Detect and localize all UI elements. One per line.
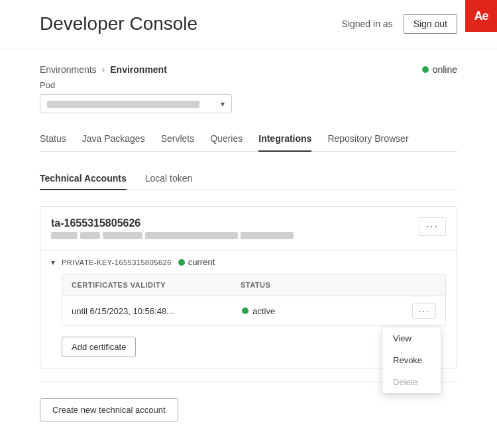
- cert-actions-button[interactable]: ···: [412, 303, 436, 319]
- key-status-label: current: [188, 257, 215, 267]
- adobe-logo-bar: Ae: [465, 0, 497, 32]
- adobe-logo-icon: Ae: [474, 9, 488, 23]
- key-current-status: current: [178, 257, 215, 267]
- account-info: ta-1655315805626: [51, 217, 419, 239]
- key-status-dot: [178, 259, 185, 266]
- account-menu-button[interactable]: ···: [419, 217, 446, 236]
- tab-queries[interactable]: Queries: [210, 127, 243, 152]
- header: Developer Console Signed in as Sign out: [0, 0, 497, 48]
- status-label: online: [433, 64, 457, 75]
- tab-java-packages[interactable]: Java Packages: [82, 127, 145, 152]
- context-menu-view[interactable]: View: [382, 327, 441, 349]
- tab-integrations[interactable]: Integrations: [258, 127, 311, 152]
- tab-status[interactable]: Status: [40, 127, 66, 152]
- cert-validity-value: until 6/15/2023, 10:56:48...: [72, 306, 242, 316]
- context-menu-revoke[interactable]: Revoke: [382, 349, 441, 371]
- pod-label: Pod: [40, 80, 457, 90]
- sub-tabs: Technical Accounts Local token: [40, 168, 457, 190]
- cert-col-status-header: STATUS: [241, 281, 410, 289]
- account-header: ta-1655315805626 ···: [40, 207, 457, 251]
- breadcrumb-chevron-icon: ›: [102, 64, 105, 75]
- private-key-name: PRIVATE-KEY-1655315805626: [62, 258, 172, 266]
- add-certificate-button[interactable]: Add certificate: [62, 337, 136, 357]
- cert-table-header: CERTIFICATES VALIDITY STATUS: [62, 274, 445, 296]
- signed-in-label: Signed in as: [342, 19, 393, 29]
- pod-selector[interactable]: ▾: [40, 94, 232, 113]
- main-content: Environments › Environment online Pod ▾ …: [0, 48, 497, 437]
- cert-col-validity-header: CERTIFICATES VALIDITY: [72, 281, 241, 289]
- tab-repository-browser[interactable]: Repository Browser: [327, 127, 408, 152]
- cert-actions-wrapper: ··· View Revoke Delete: [412, 303, 436, 319]
- account-card: ta-1655315805626 ··· ▾ PRIVATE-KEY-16553…: [40, 206, 457, 368]
- breadcrumb-environments[interactable]: Environments: [40, 64, 97, 75]
- cert-status-label: active: [252, 306, 275, 316]
- account-id: ta-1655315805626: [51, 217, 419, 229]
- cert-status-cell: active: [242, 306, 412, 316]
- subtab-local-token[interactable]: Local token: [145, 168, 193, 190]
- create-technical-account-button[interactable]: Create new technical account: [40, 398, 178, 421]
- certificate-table: CERTIFICATES VALIDITY STATUS until 6/15/…: [62, 274, 446, 326]
- status-online-dot: [422, 66, 429, 73]
- key-chevron-icon[interactable]: ▾: [51, 258, 55, 267]
- sign-out-button[interactable]: Sign out: [404, 14, 457, 34]
- environment-status: online: [422, 64, 457, 75]
- cert-row: until 6/15/2023, 10:56:48... active ··· …: [62, 296, 445, 325]
- subtab-technical-accounts[interactable]: Technical Accounts: [40, 168, 127, 190]
- private-key-row: ▾ PRIVATE-KEY-1655315805626 current: [40, 251, 457, 274]
- cert-status-dot: [242, 308, 248, 314]
- context-menu: View Revoke Delete: [382, 327, 441, 394]
- pod-chevron-icon: ▾: [221, 99, 225, 109]
- breadcrumb: Environments › Environment online: [40, 64, 457, 75]
- pod-select-value: [47, 99, 221, 109]
- breadcrumb-environment[interactable]: Environment: [110, 64, 167, 75]
- context-menu-delete: Delete: [382, 371, 441, 393]
- page-title: Developer Console: [40, 13, 342, 34]
- nav-tabs: Status Java Packages Servlets Queries In…: [40, 127, 457, 152]
- tab-servlets[interactable]: Servlets: [161, 127, 195, 152]
